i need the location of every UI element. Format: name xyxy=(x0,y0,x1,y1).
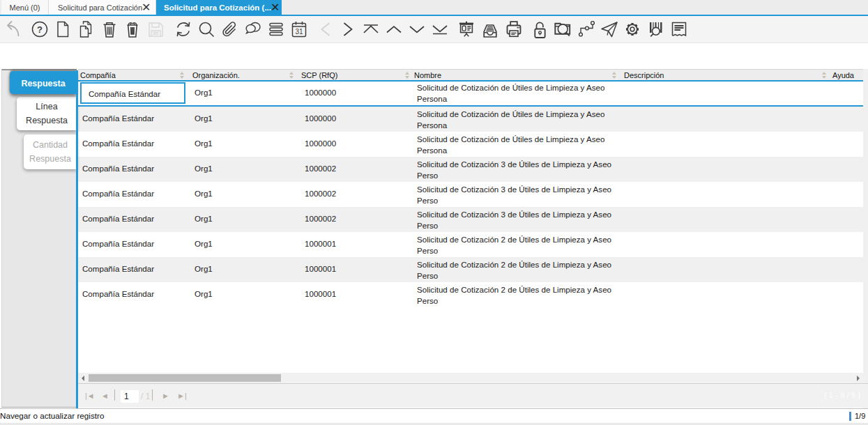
svg-text:31: 31 xyxy=(295,28,303,36)
svg-text:?: ? xyxy=(37,24,43,35)
